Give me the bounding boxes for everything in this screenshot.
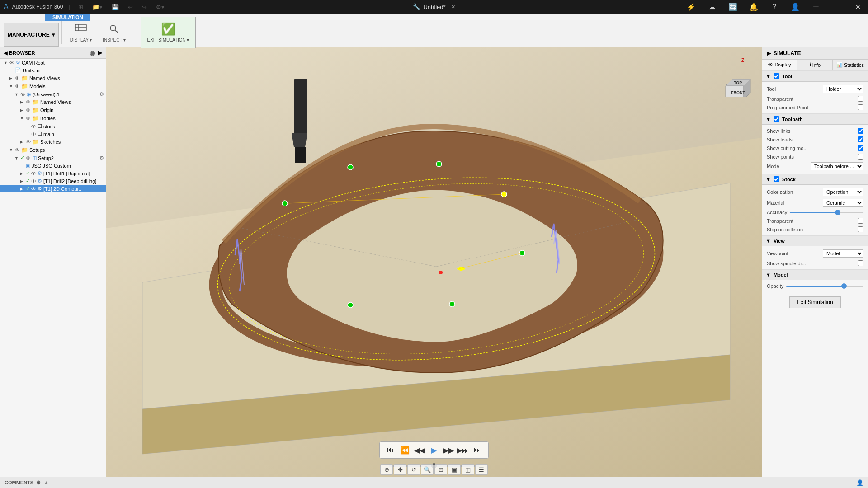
browser-collapse-icon[interactable]: ▶	[98, 49, 102, 56]
rewind-btn[interactable]: ⏪	[399, 444, 411, 456]
tool-section-checkbox[interactable]	[774, 73, 779, 79]
stock-transparent-checkbox[interactable]	[858, 218, 863, 224]
tree-bodies[interactable]: 👁 📁 Bodies	[0, 114, 106, 122]
stock-section-checkbox[interactable]	[774, 176, 779, 182]
inspect-group[interactable]: INSPECT ▾	[97, 17, 131, 49]
job-status-icon[interactable]: ⚡	[681, 0, 702, 14]
origin-vis[interactable]: 👁	[26, 108, 31, 113]
play-btn[interactable]: ▶	[428, 444, 440, 456]
tab-statistics[interactable]: 📊 Statistics	[833, 60, 868, 70]
drill1-vis[interactable]: 👁	[31, 171, 36, 176]
show-leads-checkbox[interactable]	[858, 136, 863, 142]
setups-vis[interactable]: 👁	[15, 147, 20, 153]
tool-select[interactable]: HolderAllNone	[823, 85, 863, 93]
mode-select[interactable]: Toolpath before ...All	[811, 162, 863, 170]
main-vis[interactable]: 👁	[31, 131, 36, 137]
minimize-btn[interactable]: ─	[806, 0, 826, 14]
manufacture-dropdown[interactable]: MANUFACTURE ▾	[4, 23, 59, 47]
user-icon[interactable]: 👤	[785, 0, 806, 14]
step-back-btn[interactable]: ◀◀	[413, 444, 426, 456]
drill2-vis[interactable]: 👁	[31, 178, 36, 184]
tree-units[interactable]: 📄 Units: in	[0, 66, 106, 74]
simulation-tab[interactable]: SIMULATION	[45, 14, 90, 21]
waffle-icon[interactable]: ⊞	[75, 0, 86, 13]
view-cube[interactable]: Z FRONT TOP	[717, 56, 753, 93]
tree-setup2[interactable]: ✓ 👁 ◫ Setup2 ⚙	[0, 154, 106, 162]
forward-end-btn[interactable]: ⏭	[471, 444, 484, 456]
exit-simulation-btn[interactable]: ✅ EXIT SIMULATION ▾	[141, 17, 196, 48]
bodies-vis[interactable]: 👁	[26, 116, 31, 121]
transparent-checkbox[interactable]	[858, 96, 863, 102]
fit-tool-btn[interactable]: ↺	[407, 464, 420, 475]
more-tools-btn[interactable]: ☰	[475, 464, 488, 475]
tree-main[interactable]: 👁 ☐ main	[0, 130, 106, 138]
display-mode-btn[interactable]: ▣	[448, 464, 461, 475]
tree-origin[interactable]: 👁 📁 Origin	[0, 106, 106, 114]
show-links-checkbox[interactable]	[858, 128, 863, 134]
help-icon[interactable]: ?	[764, 0, 785, 14]
file-title[interactable]: Untitled*	[423, 4, 445, 10]
tree-stock[interactable]: 👁 ☐ stock	[0, 122, 106, 130]
tree-named-views-2[interactable]: 👁 📁 Named Views	[0, 98, 106, 106]
colorization-select[interactable]: OperationNone	[823, 188, 863, 196]
opacity-slider[interactable]	[786, 286, 863, 287]
named-views-1-vis[interactable]: 👁	[15, 75, 20, 81]
tab-info[interactable]: ℹ Info	[797, 60, 833, 70]
file-tab-close[interactable]: ✕	[451, 4, 455, 10]
tab-display[interactable]: 👁 Display	[762, 60, 797, 70]
section-tool-btn[interactable]: ⊡	[434, 464, 447, 475]
setup2-gear-icon[interactable]: ⚙	[99, 155, 104, 161]
close-btn[interactable]: ✕	[847, 0, 868, 14]
accuracy-thumb[interactable]	[835, 210, 840, 215]
toolpath-section-header[interactable]: ▼ Toolpath	[762, 113, 868, 125]
tree-unsaved[interactable]: 👁 ◉ (Unsaved):1 ⚙	[0, 90, 106, 98]
sketches-vis[interactable]: 👁	[26, 139, 31, 145]
tool-section-header[interactable]: ▼ Tool	[762, 70, 868, 82]
accuracy-slider[interactable]	[790, 212, 863, 213]
zoom-tool-btn[interactable]: 🔍	[421, 464, 434, 475]
redo-icon[interactable]: ↪	[139, 0, 150, 13]
show-points-checkbox[interactable]	[858, 154, 863, 160]
undo-icon[interactable]: ↩	[125, 0, 136, 13]
viewpoint-select[interactable]: ModelTopFront	[823, 249, 863, 258]
refresh-icon[interactable]: 🔄	[722, 0, 743, 14]
material-select[interactable]: CeramicMetalWood	[823, 199, 863, 207]
stock-vis[interactable]: 👁	[31, 124, 36, 129]
bottom-user-icon[interactable]: 👤	[856, 479, 863, 486]
show-cutting-checkbox[interactable]	[858, 145, 863, 151]
comments-expand-icon[interactable]: ▲	[43, 479, 49, 486]
toolpath-section-checkbox[interactable]	[774, 116, 779, 122]
stop-collision-checkbox[interactable]	[858, 226, 863, 232]
open-icon[interactable]: 📁▾	[90, 0, 105, 13]
contour1-vis[interactable]: 👁	[31, 186, 36, 192]
ground-plane-btn[interactable]: ◫	[462, 464, 474, 475]
opacity-thumb[interactable]	[841, 283, 847, 289]
tree-models[interactable]: 👁 📁 Models	[0, 82, 106, 90]
cam-root-vis-icon[interactable]: 👁	[9, 60, 14, 66]
tree-sketches[interactable]: 👁 📁 Sketches	[0, 138, 106, 146]
tree-cam-root[interactable]: 👁 ⚙ CAM Root	[0, 59, 106, 66]
programmed-point-checkbox[interactable]	[858, 104, 863, 110]
fast-forward-btn[interactable]: ▶⏭	[457, 444, 469, 456]
setup2-vis[interactable]: 👁	[26, 155, 31, 161]
save-icon[interactable]: 💾	[109, 0, 122, 13]
exit-simulation-panel-btn[interactable]: Exit Simulation	[789, 296, 840, 308]
comments-settings-icon[interactable]: ⚙	[36, 480, 41, 486]
model-section-header[interactable]: ▼ Model	[762, 269, 868, 280]
notification-icon[interactable]: 🔔	[743, 0, 764, 14]
comments-section[interactable]: COMMENTS ⚙ ▲	[0, 477, 108, 488]
tree-drill1[interactable]: ✓ 👁 ⚙ [T1] Drill1 [Rapid out]	[0, 169, 106, 177]
maximize-btn[interactable]: □	[826, 0, 847, 14]
named-views-2-vis[interactable]: 👁	[26, 99, 31, 105]
step-forward-btn[interactable]: ▶▶	[442, 444, 455, 456]
unsaved-settings-icon[interactable]: ⚙	[99, 91, 104, 97]
orbit-tool-btn[interactable]: ⊕	[380, 464, 393, 475]
stock-section-header[interactable]: ▼ Stock	[762, 174, 868, 185]
settings-dropdown-icon[interactable]: ⚙▾	[153, 0, 167, 13]
unsaved-vis[interactable]: 👁	[20, 92, 25, 97]
browser-back-icon[interactable]: ◀	[4, 50, 7, 56]
tree-jsg[interactable]: ▣ JSG JSG Custom	[0, 162, 106, 169]
tree-named-views-1[interactable]: 👁 📁 Named Views	[0, 74, 106, 82]
pan-tool-btn[interactable]: ✥	[394, 464, 406, 475]
rewind-start-btn[interactable]: ⏮	[384, 444, 397, 456]
